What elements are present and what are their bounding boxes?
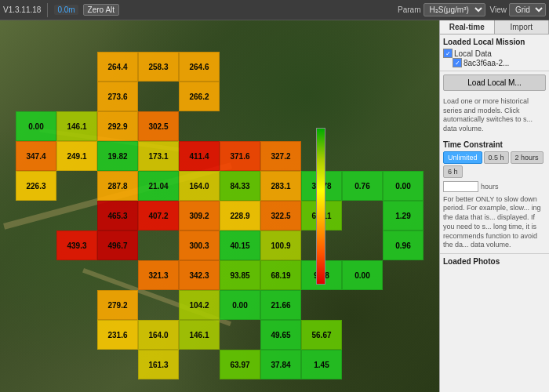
data-id-label: 8ac3f6aa-2... <box>464 59 509 67</box>
grid-cell-2-0[interactable]: 0.00 <box>16 111 56 141</box>
grid-cell-4-4[interactable]: 164.0 <box>179 171 220 201</box>
grid-cell-4-6[interactable]: 283.1 <box>260 171 301 201</box>
tab-realtime[interactable]: Real-time <box>440 20 495 34</box>
grid-cell-8-4[interactable]: 104.2 <box>179 290 220 320</box>
grid-cell-0-3[interactable]: 258.3 <box>138 52 179 82</box>
grid-cell-7-8[interactable]: 0.00 <box>342 260 383 290</box>
grid-cell-3-4[interactable]: 411.4 <box>179 141 220 171</box>
grid-cell-5-9[interactable]: 1.29 <box>383 201 424 230</box>
tree-check-child[interactable]: ✓ <box>453 58 462 67</box>
grid-cell-6-2[interactable]: 496.7 <box>97 230 138 260</box>
grid-cell-5-4[interactable]: 309.2 <box>179 201 220 230</box>
grid-cell-4-3[interactable]: 21.04 <box>138 171 179 201</box>
grid-cell-1-4[interactable]: 266.2 <box>179 82 220 111</box>
altitude-display: 0.0m <box>54 5 78 15</box>
grid-cell-6-6[interactable]: 100.9 <box>260 230 301 260</box>
grid-row-2: 0.00146.1292.9302.5 <box>16 111 424 141</box>
grid-cell-0-2[interactable]: 264.4 <box>97 52 138 82</box>
toolbar: V1.3.11.18 0.0m Zero Alt Param H₂S(μg/m³… <box>0 0 549 20</box>
grid-cell-8-2[interactable]: 279.2 <box>97 290 138 320</box>
load-btn-section: Load Local M... Load one or more histori… <box>440 71 549 137</box>
param-selector: Param H₂S(μg/m³) <box>398 3 485 16</box>
grid-cell-9-3[interactable]: 164.0 <box>138 320 179 350</box>
grid-cell-10-3[interactable]: 161.3 <box>138 350 179 379</box>
grid-cell-6-5[interactable]: 40.15 <box>220 230 260 260</box>
grid-cell-8-6[interactable]: 21.66 <box>260 290 301 320</box>
separator-1 <box>47 3 48 17</box>
view-select[interactable]: Grid <box>509 3 546 16</box>
grid-cell-2-3[interactable]: 302.5 <box>138 111 179 141</box>
grid-cell-7-3[interactable]: 321.3 <box>138 260 179 290</box>
time-2h-button[interactable]: 2 hours <box>511 151 544 164</box>
grid-cell-7-4[interactable]: 342.3 <box>179 260 220 290</box>
right-panel: Real-time Import Loaded Local Mission ✓ … <box>439 20 549 392</box>
grid-cell-0-4[interactable]: 264.6 <box>179 52 220 82</box>
hours-input-row: hours <box>443 181 546 192</box>
grid-cell-7-5[interactable]: 93.85 <box>220 260 260 290</box>
grid-cell-3-5[interactable]: 371.6 <box>220 141 260 171</box>
grid-cell-8-5[interactable]: 0.00 <box>220 290 260 320</box>
time-buttons: Unlimited 0.5 h 2 hours 6 h <box>443 151 546 178</box>
time-constraint-title: Time Constraint <box>443 140 546 149</box>
grid-cell-6-4[interactable]: 300.3 <box>179 230 220 260</box>
tree-root: ✓ Local Data <box>443 49 546 58</box>
grid-cell-4-5[interactable]: 84.33 <box>220 171 260 201</box>
time-unlimited-button[interactable]: Unlimited <box>443 151 482 164</box>
time-6h-button[interactable]: 6 h <box>443 165 463 178</box>
zero-alt-button[interactable]: Zero Alt <box>83 4 119 16</box>
grid-row-8: 279.2104.20.0021.66 <box>16 290 424 320</box>
hours-input[interactable] <box>443 181 478 192</box>
app: V1.3.11.18 0.0m Zero Alt Param H₂S(μg/m³… <box>0 0 549 392</box>
grid-cell-5-3[interactable]: 407.2 <box>138 201 179 230</box>
grid-row-3: 347.4249.119.82173.1411.4371.6327.2 <box>16 141 424 171</box>
grid-cell-10-6[interactable]: 37.84 <box>260 350 301 379</box>
load-local-button[interactable]: Load Local M... <box>443 74 546 91</box>
data-grid: 264.4258.3264.6273.6266.20.00146.1292.93… <box>16 52 424 379</box>
grid-cell-3-6[interactable]: 327.2 <box>260 141 301 171</box>
grid-cell-10-7[interactable]: 1.45 <box>301 350 342 379</box>
param-label: Param <box>398 5 420 14</box>
grid-cell-3-0[interactable]: 347.4 <box>16 141 56 171</box>
grid-cell-4-0[interactable]: 226.3 <box>16 171 56 201</box>
view-selector: View Grid <box>490 3 547 16</box>
loaded-photos-section: Loaded Photos <box>440 254 549 269</box>
grid-cell-3-3[interactable]: 173.1 <box>138 141 179 171</box>
grid-cell-1-2[interactable]: 273.6 <box>97 82 138 111</box>
grid-cell-4-2[interactable]: 287.8 <box>97 171 138 201</box>
grid-row-4: 226.3287.821.04164.084.33283.134.780.760… <box>16 171 424 201</box>
tab-import[interactable]: Import <box>495 20 550 34</box>
time-constraint-section: Time Constraint Unlimited 0.5 h 2 hours … <box>440 137 549 254</box>
loaded-local-title: Loaded Local Mission <box>443 38 546 46</box>
map-area[interactable]: 264.4258.3264.6273.6266.20.00146.1292.93… <box>0 20 439 392</box>
grid-cell-9-2[interactable]: 231.6 <box>97 320 138 350</box>
grid-cell-6-1[interactable]: 439.3 <box>56 230 97 260</box>
grid-row-7: 321.3342.393.8568.199.880.00 <box>16 260 424 290</box>
grid-cell-9-4[interactable]: 146.1 <box>179 320 220 350</box>
grid-cell-3-2[interactable]: 19.82 <box>97 141 138 171</box>
main-content: 264.4258.3264.6273.6266.20.00146.1292.93… <box>0 20 549 392</box>
load-description: Load one or more historical series and m… <box>443 97 546 134</box>
grid-row-6: 439.3496.7300.340.15100.90.96 <box>16 230 424 260</box>
tree-check-root[interactable]: ✓ <box>443 49 453 58</box>
grid-cell-7-6[interactable]: 68.19 <box>260 260 301 290</box>
time-0.5h-button[interactable]: 0.5 h <box>484 151 509 164</box>
param-select[interactable]: H₂S(μg/m³) <box>424 3 485 16</box>
grid-cell-4-8[interactable]: 0.76 <box>342 171 383 201</box>
grid-cell-2-2[interactable]: 292.9 <box>97 111 138 141</box>
grid-row-5: 465.3407.2309.2228.9322.566.111.29 <box>16 201 424 230</box>
panel-tabs: Real-time Import <box>440 20 549 34</box>
grid-cell-5-5[interactable]: 228.9 <box>220 201 260 230</box>
loaded-local-section: Loaded Local Mission ✓ Local Data ✓ 8ac3… <box>440 34 549 71</box>
grid-row-0: 264.4258.3264.6 <box>16 52 424 82</box>
grid-cell-5-6[interactable]: 322.5 <box>260 201 301 230</box>
local-data-label: Local Data <box>454 49 492 58</box>
grid-cell-9-7[interactable]: 56.67 <box>301 320 342 350</box>
grid-cell-3-1[interactable]: 249.1 <box>56 141 97 171</box>
panel-scroll-area[interactable]: Loaded Local Mission ✓ Local Data ✓ 8ac3… <box>440 34 549 392</box>
grid-cell-5-2[interactable]: 465.3 <box>97 201 138 230</box>
grid-cell-6-9[interactable]: 0.96 <box>383 230 424 260</box>
grid-cell-9-6[interactable]: 49.65 <box>260 320 301 350</box>
grid-cell-2-1[interactable]: 146.1 <box>56 111 97 141</box>
grid-cell-4-9[interactable]: 0.00 <box>383 171 424 201</box>
grid-cell-10-5[interactable]: 63.97 <box>220 350 260 379</box>
